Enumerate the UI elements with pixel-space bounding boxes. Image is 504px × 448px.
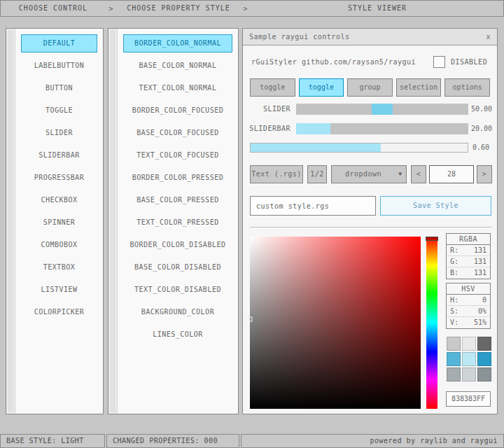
control-list-item-default[interactable]: DEFAULT <box>21 34 97 52</box>
color-picker-cursor[interactable] <box>248 317 253 322</box>
dropdown-select[interactable]: dropdown ▼ <box>331 165 407 183</box>
rguistyler-app: CHOOSE CONTROL > CHOOSE PROPERTY STYLE >… <box>0 0 504 448</box>
spinner-value-box[interactable]: 28 <box>429 165 474 183</box>
property-list-item[interactable]: BORDER_COLOR_PRESSED <box>123 169 232 187</box>
property-list-item[interactable]: TEXT_COLOR_PRESSED <box>123 214 232 232</box>
control-list-item[interactable]: COLORPICKER <box>21 303 97 321</box>
toggle-group-item[interactable]: options <box>444 78 490 97</box>
property-list-item-selected[interactable]: BORDER_COLOR_NORMAL <box>123 34 232 52</box>
status-changed-properties: CHANGED PROPERTIES: 000 <box>106 434 239 448</box>
rgba-red-label: R: <box>450 245 458 255</box>
property-list-item[interactable]: LINES_COLOR <box>123 326 232 344</box>
control-list-item[interactable]: LISTVIEW <box>21 281 97 299</box>
property-list-item[interactable]: BORDER_COLOR_FOCUSED <box>123 102 232 120</box>
properties-list: BORDER_COLOR_NORMAL BASE_COLOR_NORMAL TE… <box>118 29 238 348</box>
properties-list-scrollbar[interactable] <box>108 29 118 414</box>
top-navigation-bar: CHOOSE CONTROL > CHOOSE PROPERTY STYLE >… <box>0 0 504 17</box>
hsv-row-value: V: 51% <box>447 317 490 328</box>
spinner-increment-button[interactable]: > <box>477 165 492 183</box>
color-swatch <box>477 368 491 382</box>
disabled-checkbox[interactable] <box>433 56 445 68</box>
style-color-swatches <box>447 337 491 382</box>
hue-slider-selector[interactable] <box>426 237 438 241</box>
slider-label: SLIDER <box>243 104 290 115</box>
color-swatch <box>462 368 476 382</box>
control-list-item[interactable]: SLIDER <box>21 124 97 142</box>
color-swatch <box>447 337 461 351</box>
color-swatch <box>477 352 491 366</box>
hue-slider[interactable] <box>426 237 438 409</box>
control-list-item[interactable]: TEXTBOX <box>21 258 97 276</box>
hsv-group: HSV H: 0 S: 0% V: 51% <box>446 283 491 329</box>
hsv-value-value: 51% <box>474 317 486 328</box>
chevron-right-icon: > <box>240 5 251 13</box>
property-list-item[interactable]: BASE_COLOR_PRESSED <box>123 191 232 209</box>
color-swatch <box>447 368 461 382</box>
nav-step-choose-control: CHOOSE CONTROL <box>1 1 106 16</box>
divider <box>250 227 491 227</box>
rgba-red-value: 131 <box>474 245 486 255</box>
scrollbar-thumb[interactable] <box>8 30 13 412</box>
dropdown-selected-label: dropdown <box>332 166 395 183</box>
window-titlebar[interactable]: Sample raygui controls x <box>243 29 497 46</box>
control-list-item[interactable]: CHECKBOX <box>21 191 97 209</box>
hsv-row-hue: H: 0 <box>447 295 490 306</box>
hsv-hue-value: 0 <box>482 295 486 305</box>
rgba-blue-label: B: <box>450 267 458 279</box>
rgba-row-green: G: 131 <box>447 256 490 267</box>
spinner-decrement-button[interactable]: < <box>411 165 426 183</box>
toggle-group-item[interactable]: group <box>347 78 393 97</box>
property-list-item[interactable]: BASE_COLOR_DISABLED <box>123 258 232 276</box>
hsv-saturation-value: 0% <box>478 306 486 316</box>
control-list-item[interactable]: TOGGLE <box>21 102 97 120</box>
property-list-item[interactable]: BACKGROUND_COLOR <box>123 303 232 321</box>
control-list-item[interactable]: SLIDERBAR <box>21 146 97 164</box>
property-list-item[interactable]: BORDER_COLOR_DISABLED <box>123 236 232 254</box>
half-button[interactable]: 1/2 <box>307 165 327 183</box>
status-base-style: BASE STYLE: LIGHT <box>0 434 105 448</box>
control-list-item[interactable]: LABELBUTTON <box>21 57 97 75</box>
repo-link[interactable]: github.com/raysan5/raygui <box>302 57 416 68</box>
styler-label: rGuiStyler <box>251 57 297 68</box>
color-saturation-value-picker[interactable] <box>250 237 421 409</box>
text-rgs-button[interactable]: Text (.rgs) <box>250 165 303 183</box>
controls-list-scrollbar[interactable] <box>6 29 15 414</box>
hex-color-input[interactable]: 838383FF <box>446 391 491 407</box>
hsv-row-saturation: S: 0% <box>447 306 490 317</box>
control-list-item[interactable]: COMBOBOX <box>21 236 97 254</box>
chevron-right-icon: > <box>106 5 117 13</box>
progressbar-value: 0.60 <box>472 142 489 153</box>
slider-handle[interactable] <box>372 104 393 115</box>
rgba-group-title: RGBA <box>447 234 490 245</box>
progressbar <box>250 143 468 153</box>
rgba-green-value: 131 <box>474 256 486 267</box>
rgba-blue-value: 131 <box>474 267 486 279</box>
close-icon[interactable]: x <box>486 29 491 45</box>
controls-list-panel: DEFAULT LABELBUTTON BUTTON TOGGLE SLIDER… <box>6 28 104 414</box>
toggle-group-item[interactable]: toggle <box>250 78 295 97</box>
property-list-item[interactable]: TEXT_COLOR_FOCUSED <box>123 146 232 164</box>
progressbar-fill <box>251 144 381 152</box>
property-list-item[interactable]: TEXT_COLOR_NORMAL <box>123 79 232 97</box>
control-list-item[interactable]: SPINNER <box>21 214 97 232</box>
window-title: Sample raygui controls <box>249 33 349 41</box>
property-list-item[interactable]: BASE_COLOR_FOCUSED <box>123 124 232 142</box>
control-list-item[interactable]: PROGRESSBAR <box>21 169 97 187</box>
sliderbar[interactable] <box>296 123 468 134</box>
control-list-item[interactable]: BUTTON <box>21 79 97 97</box>
properties-list-panel: BORDER_COLOR_NORMAL BASE_COLOR_NORMAL TE… <box>108 28 239 414</box>
slider[interactable] <box>296 104 468 115</box>
nav-step-style-viewer: STYLE VIEWER <box>251 1 503 16</box>
scrollbar-thumb[interactable] <box>110 30 115 412</box>
style-filename-input[interactable] <box>250 196 376 216</box>
toggle-group-item-active[interactable]: toggle <box>299 78 344 97</box>
hsv-saturation-label: S: <box>450 306 458 316</box>
property-list-item[interactable]: BASE_COLOR_NORMAL <box>123 57 232 75</box>
sliderbar-label: SLIDERBAR <box>243 123 290 134</box>
toggle-group-item[interactable]: selection <box>396 78 442 97</box>
save-style-button[interactable]: Save Style <box>380 196 491 216</box>
rgba-row-red: R: 131 <box>447 245 490 256</box>
rgba-green-label: G: <box>450 256 458 267</box>
property-list-item[interactable]: TEXT_COLOR_DISABLED <box>123 281 232 299</box>
rgba-row-blue: B: 131 <box>447 267 490 279</box>
